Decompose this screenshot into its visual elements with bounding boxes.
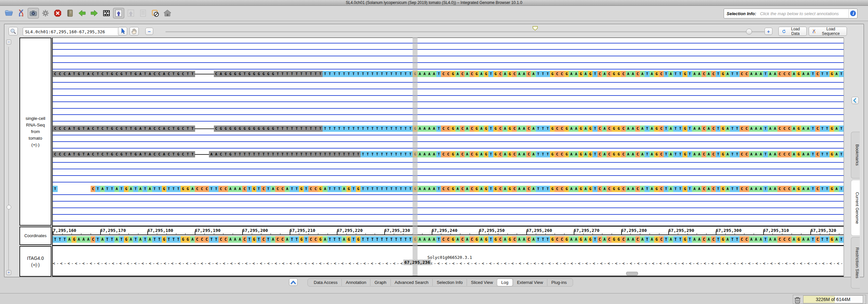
gene-direction-line[interactable]: <-<-<-<-<-<-<-<-<-<-<-<-<-<-<-<-<-<-<-<-… [53, 261, 844, 266]
tab-advanced-search[interactable]: Advanced Search [391, 279, 433, 286]
back-arrow-icon[interactable] [76, 8, 88, 19]
position-label: 67,295,236 [403, 260, 431, 265]
reads-track-label[interactable]: single-cell RNA-Seq from tomato (+|-) [20, 38, 52, 226]
read-alignment-4[interactable]: TCTATTATGATATATTGTTTGGACCCTTCCAAACTGTCTA… [53, 186, 844, 192]
window-title: SL4.0ch01 (Solanum lycopersicum (Sep 201… [346, 0, 522, 5]
web-links-book-icon[interactable] [64, 8, 75, 19]
report-document-disabled-icon [137, 8, 149, 19]
tab-plug-ins[interactable]: Plug-ins [547, 279, 571, 286]
genome-view-panel: − + Load Data Load Sequence − + single-c… [4, 24, 864, 277]
selection-info-box: Selection Info: Click the map below to s… [724, 8, 858, 19]
tab-data-access[interactable]: Data Access [310, 279, 341, 286]
vertical-zoom-gutter: − + [5, 38, 20, 277]
vertical-zoom-slider[interactable] [8, 47, 9, 271]
memory-bar: 3226M of 6144M [803, 296, 863, 303]
zoom-out-button[interactable]: − [145, 28, 153, 35]
read-alignment-1[interactable]: CCCATGTACTCTGCGTTGATACCACTGCTTCAGGGGTGGG… [53, 71, 844, 77]
memory-text: 3226M of 6144M [803, 296, 863, 303]
collapse-chevron-left-icon[interactable] [851, 97, 859, 104]
vertical-zoom-knob[interactable] [7, 205, 11, 209]
zoom-slider-knob[interactable] [746, 29, 752, 35]
load-sequence-button[interactable]: Load Sequence [809, 27, 847, 36]
location-toolbar: − + Load Data Load Sequence [5, 24, 863, 38]
memory-widget: 3226M of 6144M [793, 295, 866, 304]
main-toolbar: Selection Info: Click the map below to s… [0, 6, 868, 21]
coordinates-track-label[interactable]: Coordinates [20, 227, 52, 245]
tab-current-genome[interactable]: Current Genome [851, 180, 860, 236]
home-icon[interactable] [162, 8, 173, 19]
vertical-zoom-in-button[interactable]: + [6, 270, 11, 275]
tag-restricted-icon[interactable] [150, 8, 161, 19]
tab-sliced-view[interactable]: Sliced View [467, 279, 497, 286]
stop-icon[interactable] [52, 8, 63, 19]
title-bar[interactable]: SL4.0ch01 (Solanum lycopersicum (Sep 201… [0, 0, 868, 6]
tab-graph[interactable]: Graph [370, 279, 390, 286]
garbage-collect-trash-icon[interactable] [793, 296, 802, 303]
forward-arrow-icon[interactable] [89, 8, 100, 19]
vertical-zoom-out-button[interactable]: − [6, 39, 11, 44]
tab-external-view[interactable]: External View [513, 279, 547, 286]
pan-hand-tool[interactable] [129, 27, 139, 36]
select-cursor-tool[interactable] [118, 27, 127, 36]
selected-position-highlight [412, 38, 417, 276]
tab-annotation[interactable]: Annotation [341, 279, 370, 286]
export-document-icon[interactable] [113, 8, 124, 19]
tab-log[interactable]: Log [497, 279, 513, 286]
preferences-gear-icon[interactable] [40, 8, 51, 19]
right-tab-strip: Bookmarks Current Genome Restriction Sit… [851, 97, 861, 275]
info-icon[interactable]: i [848, 9, 857, 18]
load-sequence-label: Load Sequence [817, 27, 844, 36]
search-icon[interactable] [8, 27, 18, 36]
track-viewport[interactable]: 7,295,16067,295,17067,295,18067,295,1906… [52, 38, 844, 277]
zoom-in-button[interactable]: + [765, 28, 772, 35]
selection-info-hint: Click the map below to select annotation… [760, 11, 848, 16]
track-label-column: single-cell RNA-Seq from tomato (+|-) Co… [20, 38, 52, 277]
bottom-tab-strip: Data Access Annotation Graph Advanced Se… [307, 278, 573, 286]
annotation-track-background [53, 246, 844, 276]
position-marker-icon[interactable] [532, 26, 538, 31]
read-alignment-2[interactable]: CCCATGTACTCTGCGTTGATACCACTGCTTCGGGGGGGGG… [53, 126, 844, 132]
location-input[interactable] [23, 27, 120, 36]
reference-sequence: TTTAGAAACTATTATGATATATTGTTTGGACCCTTCCAAA… [53, 236, 844, 243]
status-bar: 3226M of 6144M [0, 293, 868, 304]
expand-chevron-up-icon[interactable] [289, 278, 298, 286]
tab-bookmarks[interactable]: Bookmarks [851, 132, 860, 178]
selection-info-label: Selection Info: [726, 11, 757, 16]
horizontal-scrollbar-thumb[interactable] [626, 272, 638, 275]
tab-selection-info[interactable]: Selection Info [432, 279, 467, 286]
load-data-button[interactable]: Load Data [778, 27, 807, 36]
open-file-icon[interactable] [3, 8, 14, 19]
bottom-tabs-row: Data Access Annotation Graph Advanced Se… [0, 278, 868, 287]
film-strip-icon[interactable] [101, 8, 112, 19]
camera-screenshot-icon[interactable] [28, 8, 39, 19]
load-data-label: Load Data [787, 27, 804, 36]
gene-label[interactable]: Solyc01g066520.3.1 [427, 255, 472, 260]
read-alignment-3[interactable]: CCCATGTACTCTGCGTTGATACCACTGCTTAACTGTTTTT… [53, 151, 844, 158]
dna-helix-icon[interactable] [16, 8, 27, 19]
export-document-disabled-icon [125, 8, 136, 19]
zoom-slider[interactable] [165, 31, 765, 32]
annotation-track-label[interactable]: ITAG4.0 (+|-) [20, 246, 52, 277]
